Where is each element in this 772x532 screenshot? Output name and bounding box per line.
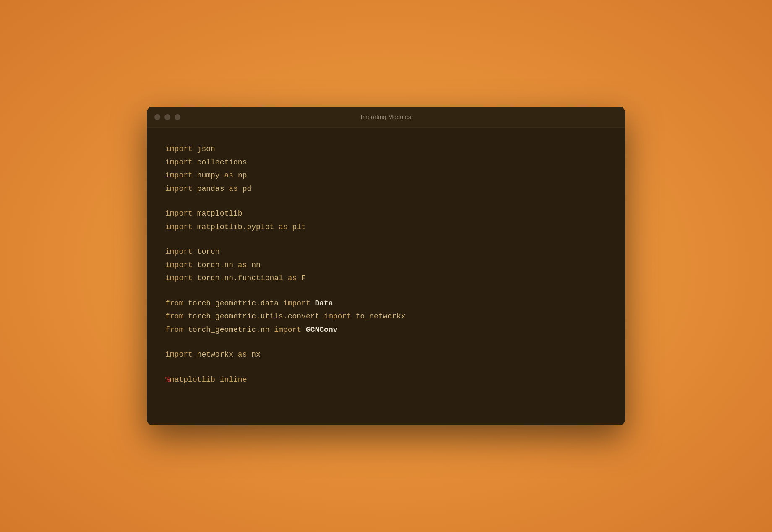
blank-line (165, 196, 607, 207)
code-line: %matplotlib inline (165, 373, 607, 387)
alias: np (238, 171, 247, 180)
keyword-as: as (224, 171, 233, 180)
keyword-as: as (238, 350, 247, 359)
module-name: collections (197, 158, 247, 167)
class-name: Data (315, 299, 333, 308)
keyword-import: import (165, 185, 193, 193)
terminal-window: Importing Modules import json import col… (147, 107, 625, 425)
keyword-import: import (165, 209, 193, 218)
keyword-import: import (165, 145, 193, 153)
titlebar: Importing Modules (147, 107, 625, 128)
code-line: from torch_geometric.data import Data (165, 297, 607, 310)
keyword-import: import (274, 326, 301, 334)
magic-command: matplotlib inline (170, 376, 247, 384)
blank-line (165, 362, 607, 373)
maximize-button[interactable] (175, 114, 180, 120)
code-line: import collections (165, 156, 607, 170)
alias: nx (251, 350, 261, 359)
keyword-as: as (229, 185, 238, 193)
module-name: torch_geometric.nn (188, 326, 269, 334)
blank-line (165, 285, 607, 297)
blank-line (165, 234, 607, 245)
keyword-import: import (165, 261, 193, 269)
keyword-as: as (288, 274, 297, 282)
func-name: to_networkx (356, 312, 406, 321)
keyword-as: as (279, 223, 288, 231)
module-name: torch (197, 248, 220, 256)
code-line: from torch_geometric.utils.convert impor… (165, 310, 607, 323)
alias: F (301, 274, 306, 282)
keyword-as: as (238, 261, 247, 269)
code-line: import torch (165, 245, 607, 259)
window-title: Importing Modules (361, 114, 411, 120)
class-name: GCNConv (306, 326, 338, 334)
code-line: from torch_geometric.nn import GCNConv (165, 323, 607, 337)
keyword-import: import (165, 171, 193, 180)
keyword-from: from (165, 299, 183, 308)
keyword-import: import (165, 223, 193, 231)
keyword-from: from (165, 326, 183, 334)
close-button[interactable] (154, 114, 160, 120)
module-name: torch_geometric.data (188, 299, 279, 308)
keyword-import: import (283, 299, 310, 308)
code-line: import matplotlib.pyplot as plt (165, 221, 607, 234)
magic-char: % (165, 376, 170, 384)
alias: nn (251, 261, 261, 269)
keyword-from: from (165, 312, 183, 321)
keyword-import: import (165, 158, 193, 167)
module-name: torch_geometric.utils.convert (188, 312, 319, 321)
code-line: import pandas as pd (165, 183, 607, 196)
module-name: pandas (197, 185, 224, 193)
alias: pd (243, 185, 252, 193)
code-line: import numpy as np (165, 169, 607, 183)
code-line: import torch.nn.functional as F (165, 272, 607, 285)
code-line: import json (165, 143, 607, 156)
module-name: torch.nn.functional (197, 274, 283, 282)
code-line: import matplotlib (165, 207, 607, 221)
module-name: networkx (197, 350, 233, 359)
keyword-import: import (165, 248, 193, 256)
module-name: matplotlib.pyplot (197, 223, 274, 231)
keyword-import: import (324, 312, 351, 321)
module-name: matplotlib (197, 209, 243, 218)
code-line: import torch.nn as nn (165, 259, 607, 272)
traffic-lights (154, 114, 180, 120)
keyword-import: import (165, 350, 193, 359)
module-name: json (197, 145, 215, 153)
module-name: torch.nn (197, 261, 233, 269)
minimize-button[interactable] (164, 114, 170, 120)
code-line: import networkx as nx (165, 348, 607, 362)
blank-line (165, 336, 607, 348)
module-name: numpy (197, 171, 220, 180)
alias: plt (292, 223, 306, 231)
keyword-import: import (165, 274, 193, 282)
code-area: import json import collections import nu… (147, 128, 625, 405)
